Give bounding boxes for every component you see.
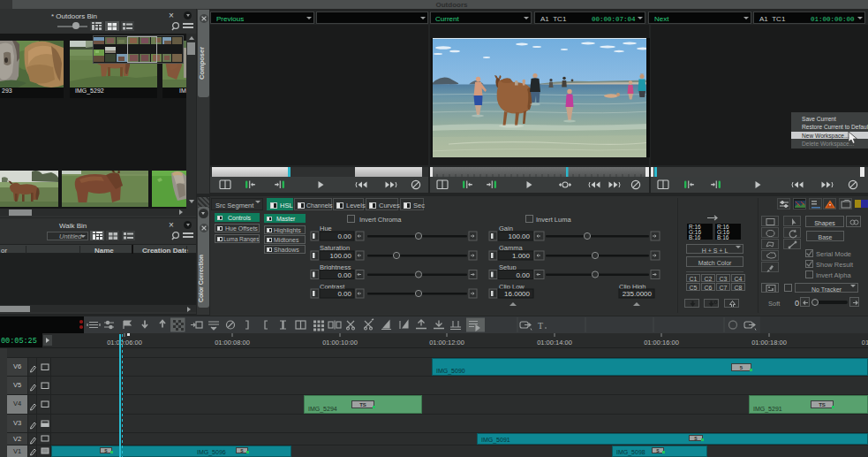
svg-text:100.00: 100.00 [330, 252, 352, 260]
svg-text:100.00: 100.00 [509, 232, 531, 240]
svg-text:0.00: 0.00 [337, 232, 351, 240]
svg-text:01:00:06:00: 01:00:06:00 [107, 339, 142, 347]
svg-text:0.00: 0.00 [337, 271, 351, 279]
svg-text:01:00:18:00: 01:00:18:00 [751, 339, 787, 347]
svg-text:01:00:08:00: 01:00:08:00 [215, 339, 250, 347]
svg-text:16.0000: 16.0000 [504, 290, 530, 298]
svg-text:01:00:16:00: 01:00:16:00 [644, 339, 679, 347]
svg-text:01: 01 [862, 339, 868, 347]
svg-text:1.000: 1.000 [512, 252, 531, 260]
svg-text:01:00:10:00: 01:00:10:00 [322, 339, 358, 347]
svg-text:01:00:14:00: 01:00:14:00 [537, 339, 572, 347]
svg-text:T: T [538, 321, 543, 331]
svg-text:0.00: 0.00 [337, 290, 351, 298]
svg-text:235.0000: 235.0000 [623, 290, 653, 298]
svg-text:0.00: 0.00 [516, 271, 530, 279]
svg-text:01:00:12:00: 01:00:12:00 [429, 339, 464, 347]
